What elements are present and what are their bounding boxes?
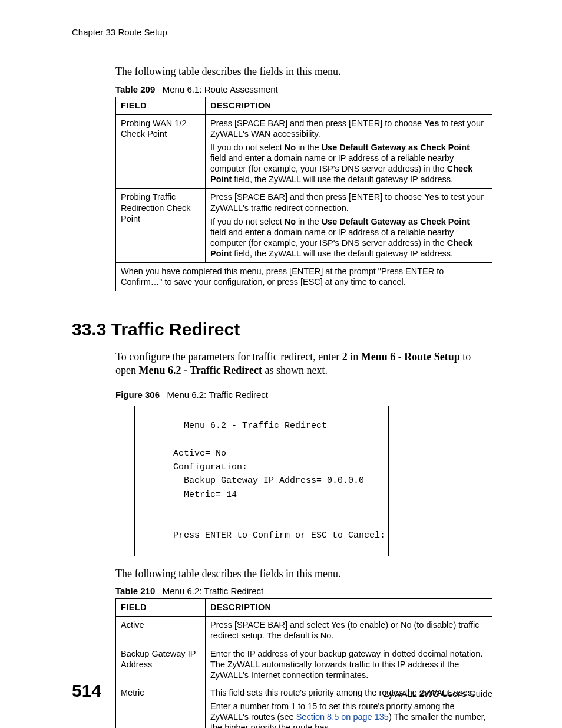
cross-ref-link[interactable]: Section 8.5 on page 135 bbox=[296, 712, 389, 722]
guide-title: ZyWALL 2WG User's Guide bbox=[384, 689, 492, 699]
cell-field: Probing WAN 1/2 Check Point bbox=[116, 114, 206, 189]
cell-para: Enter a number from 1 to 15 to set this … bbox=[210, 701, 487, 728]
th-description: DESCRIPTION bbox=[206, 599, 492, 617]
table-210-label: Table 210 bbox=[115, 586, 155, 596]
body-column: The following table describes the fields… bbox=[115, 65, 492, 291]
table-209-caption: Table 209 Menu 6.1: Route Assessment bbox=[115, 84, 492, 94]
page-footer: 514 ZyWALL 2WG User's Guide bbox=[72, 676, 492, 701]
th-description: DESCRIPTION bbox=[206, 97, 492, 114]
fig-line: Backup Gateway IP Address= 0.0.0.0 bbox=[147, 474, 376, 487]
intro-paragraph-1: The following table describes the fields… bbox=[115, 65, 492, 78]
table-header-row: FIELD DESCRIPTION bbox=[116, 599, 492, 617]
figure-306-box: Menu 6.2 - Traffic Redirect Active= No C… bbox=[134, 406, 389, 556]
body-column: To configure the parameters for traffic … bbox=[115, 350, 492, 728]
cell-para: If you do not select No in the Use Defau… bbox=[210, 216, 487, 259]
cell-para: Press [SPACE BAR] and then press [ENTER]… bbox=[210, 192, 487, 213]
th-field: FIELD bbox=[116, 599, 206, 617]
intro-paragraph-2: The following table describes the fields… bbox=[115, 567, 492, 581]
table-209: FIELD DESCRIPTION Probing WAN 1/2 Check … bbox=[115, 97, 492, 292]
footer-rule bbox=[72, 676, 492, 676]
table-footer-cell: When you have completed this menu, press… bbox=[116, 263, 492, 291]
table-210-caption: Table 210 Menu 6.2: Traffic Redirect bbox=[115, 586, 492, 596]
fig-line: Active= No bbox=[147, 447, 376, 460]
table-row: Probing WAN 1/2 Check Point Press [SPACE… bbox=[116, 114, 492, 189]
cell-description: Press [SPACE BAR] and then press [ENTER]… bbox=[206, 189, 492, 263]
header-rule bbox=[72, 41, 492, 41]
th-field: FIELD bbox=[116, 97, 206, 114]
fig-line: Menu 6.2 - Traffic Redirect bbox=[147, 419, 376, 433]
cell-description: Press [SPACE BAR] and then press [ENTER]… bbox=[206, 114, 492, 189]
figure-306-caption-text: Menu 6.2: Traffic Redirect bbox=[167, 390, 268, 400]
fig-line: Press ENTER to Confirm or ESC to Cancel: bbox=[147, 529, 376, 542]
table-209-caption-text: Menu 6.1: Route Assessment bbox=[163, 84, 278, 94]
cell-field: Active bbox=[116, 617, 206, 645]
table-210: FIELD DESCRIPTION Active Press [SPACE BA… bbox=[115, 598, 492, 728]
figure-306-caption: Figure 306 Menu 6.2: Traffic Redirect bbox=[115, 390, 492, 400]
table-header-row: FIELD DESCRIPTION bbox=[116, 97, 492, 114]
page-number: 514 bbox=[72, 681, 101, 701]
page: Chapter 33 Route Setup The following tab… bbox=[0, 0, 562, 728]
fig-line: Configuration: bbox=[147, 460, 376, 474]
cell-field: Probing Traffic Redirection Check Point bbox=[116, 189, 206, 263]
table-footer-row: When you have completed this menu, press… bbox=[116, 263, 492, 291]
running-head: Chapter 33 Route Setup bbox=[72, 27, 492, 37]
table-row: Active Press [SPACE BAR] and select Yes … bbox=[116, 617, 492, 645]
cell-para: If you do not select No in the Use Defau… bbox=[210, 142, 487, 185]
table-210-caption-text: Menu 6.2: Traffic Redirect bbox=[163, 586, 263, 596]
table-row: Probing Traffic Redirection Check Point … bbox=[116, 189, 492, 263]
section-heading-traffic-redirect: 33.3 Traffic Redirect bbox=[72, 319, 492, 340]
cell-description: Press [SPACE BAR] and select Yes (to ena… bbox=[206, 617, 492, 645]
table-209-label: Table 209 bbox=[115, 84, 155, 94]
cell-para: Press [SPACE BAR] and then press [ENTER]… bbox=[210, 118, 487, 139]
figure-306-label: Figure 306 bbox=[115, 390, 160, 400]
section-intro-paragraph: To configure the parameters for traffic … bbox=[115, 350, 492, 377]
fig-line: Metric= 14 bbox=[147, 488, 376, 502]
